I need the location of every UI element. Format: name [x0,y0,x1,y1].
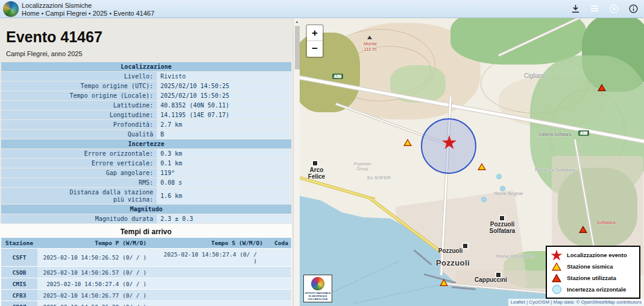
arrivals-column-header: Tempo P (W/M/O) [37,238,155,248]
detail-value: 0.3 km [157,149,291,158]
legend-star-icon [551,250,563,261]
triangle-fill [599,86,605,91]
poi-square-icon [500,216,504,220]
breadcrumb-separator: • [39,10,45,17]
arrivals-row: CFB32025-02-10 14:50:26.77 (0/ / ) [1,290,291,301]
legend-label: Localizzazione evento [567,252,627,258]
legend-item: Incertezza orizzontale [549,284,637,295]
detail-label: Profondità: [1,120,157,129]
close-circle-icon[interactable] [608,2,620,14]
triangle-fill [554,264,560,270]
detail-row: Latitudine:40.8352 (40N 50.11) [1,101,291,110]
detail-label: Tempo origine (UTC): [1,81,157,91]
detail-label: Errore verticale: [1,159,157,168]
used-station-marker[interactable] [579,226,587,233]
seismic-station-marker[interactable] [478,163,486,170]
tempo-p-value: 2025-02-10 14:50:26.57 (0/ / ) [37,267,155,278]
poi-square-icon [496,273,500,277]
detail-section-row: Incertezze [1,139,291,148]
arrivals-column-header: Coda [271,238,291,248]
tempo-p-value: 2025-02-10 14:50:26.77 (0/ / ) [37,290,155,301]
station-code: CSOB [1,267,37,278]
detail-section-header: Magnitudo [1,205,291,214]
detail-value: B [157,130,291,139]
detail-row: Tempo origine (Locale):2025/02/10 15:50:… [1,91,291,100]
pond-shape [496,174,502,179]
arrivals-column-header: Stazione [1,238,37,248]
ingv-logo[interactable] [3,1,19,17]
breadcrumb-link[interactable]: 2025 [93,10,107,17]
tempo-s-value [155,278,271,289]
tempo-s-value [155,290,271,301]
detail-row: Magnitudo durata2.3 ± 0.3 [1,214,291,223]
tempo-p-value: 2025-02-10 14:50:27.4 (0/ / ) [37,278,155,289]
ingv-globe-icon [311,277,324,290]
peak-icon [367,36,372,39]
legend-label: Incertezza orizzontale [567,286,626,293]
used-station-marker[interactable] [598,84,606,91]
triangle-fill [479,165,485,170]
coda-value [271,301,291,306]
map[interactable]: Monte 111 mCiglianoA56Galleria Solfatara… [300,18,644,306]
seismic-station-marker[interactable] [440,279,448,286]
page-title: Evento 41467 [6,29,292,45]
arrivals-row: CMIS2025-02-10 14:50:27.4 (0/ / ) [1,278,291,289]
breadcrumb-link[interactable]: Home [22,10,39,17]
poi-square-icon [313,161,317,165]
seismic-station-marker[interactable] [403,139,412,146]
station-code: CPOZ [1,301,37,306]
station-code: CFB3 [1,290,37,301]
detail-label: RMS: [1,178,157,187]
triangle-fill [405,141,411,145]
arrivals-row: CSFT2025-02-10 14:50:26.52 (0/ / )2025-0… [1,249,291,266]
zoom-in-button[interactable]: + [307,25,323,41]
map-attribution[interactable]: Leaflet | CyclOSM | Map data: © OpenStre… [508,299,644,306]
triangle-shape [552,263,561,271]
coda-value [271,249,291,266]
tempo-p-value: 2025-02-10 14:50:26.52 (0/ / ) [37,249,155,266]
scrollbar-thumb[interactable] [295,26,300,69]
station-code: CSFT [1,249,37,266]
zoom-out-button[interactable]: − [307,41,323,57]
breadcrumb-separator: • [87,10,93,17]
tempo-p-value: 2025-02-10 14:50:26.29 (0/ / ) [37,301,155,306]
arrivals-row: CSOB2025-02-10 14:50:26.57 (0/ / ) [1,267,291,278]
detail-value: 0.08 s [157,178,291,187]
detail-value: 2025/02/10 15:50:25 [157,91,291,100]
legend-triangle-red-icon [551,273,563,284]
arrival-times-section: Tempi di arrivo StazioneTempo P (W/M/O)T… [0,224,292,306]
triangle-fill [441,281,447,285]
detail-value: 14.1195 (14E 07.17) [157,110,291,120]
detail-label: Longitudine: [1,110,157,120]
app-title: Localizzazioni Sismiche [22,2,92,9]
panel-scrollbar[interactable]: ▲ [293,18,300,306]
detail-row: Longitudine:14.1195 (14E 07.17) [1,110,291,120]
breadcrumb-link[interactable]: Campi Flegrei [45,10,86,17]
legend-label: Stazione sismica [567,263,613,270]
detail-row: QualitàB [1,130,291,139]
map-zoom-control: + − [306,24,324,58]
detail-row: Profondità:2.7 km [1,120,291,129]
detail-row: RMS:0.08 s [1,178,291,187]
legend-item: Stazione sismica [549,261,637,272]
circle-shape [552,285,561,294]
breadcrumb-link[interactable]: Evento 41467 [113,10,154,17]
event-detail-panel: Evento 41467 Campi Flegrei, anno 2025 Lo… [0,18,300,306]
station-code: CMIS [1,278,37,289]
detail-value: 2.3 ± 0.3 [157,214,291,223]
top-header-bar: Localizzazioni Sismiche Home • Campi Fle… [0,0,644,18]
detail-value: 2025/02/10 14:50:25 [157,81,291,91]
detail-label: Gap angolare: [1,168,157,177]
download-icon[interactable] [569,2,581,14]
detail-row: Gap angolare:119° [1,168,291,177]
detail-value: Rivisto [157,72,291,81]
info-icon[interactable] [627,2,639,14]
page: Localizzazioni Sismiche Home • Campi Fle… [0,0,644,306]
detail-section-row: Magnitudo [1,205,291,214]
map-legend: Localizzazione eventoStazione sismicaSta… [546,246,640,299]
scrollbar-up-arrow[interactable]: ▲ [294,18,300,25]
tempo-s-value [155,267,271,278]
coda-value [271,290,291,301]
menu-icon[interactable] [589,2,601,14]
detail-row: Errore verticale:0.1 km [1,159,291,168]
